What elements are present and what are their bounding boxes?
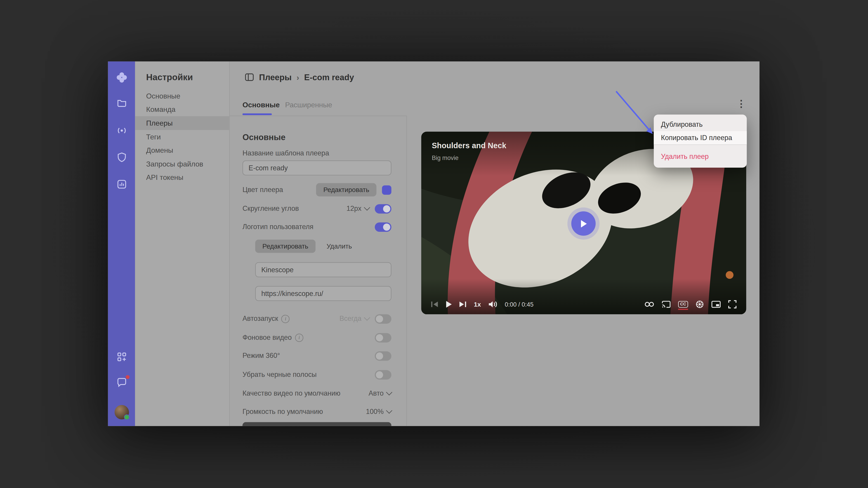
- previous-button[interactable]: [431, 301, 438, 307]
- menu-item-duplicate[interactable]: Дублировать: [654, 118, 747, 131]
- shield-icon: [116, 152, 127, 163]
- chat-icon[interactable]: [108, 376, 135, 391]
- wheel-icon: [695, 300, 704, 308]
- projects-icon[interactable]: [108, 96, 135, 110]
- background-video-row: Фоновое видеоi: [243, 331, 392, 344]
- playback-speed-button[interactable]: 1x: [474, 301, 481, 307]
- analytics-icon[interactable]: [108, 177, 135, 192]
- chevron-down-icon: [364, 315, 370, 321]
- logo-name-input[interactable]: [255, 262, 391, 277]
- settings-sidebar: Настройки Основные Команда Плееры Теги Д…: [135, 61, 230, 426]
- desktop-background: Настройки Основные Команда Плееры Теги Д…: [0, 0, 868, 488]
- chevron-down-icon: [386, 389, 393, 395]
- captions-active-indicator: [678, 309, 688, 310]
- loop-button[interactable]: [645, 301, 654, 307]
- cast-button[interactable]: [662, 300, 671, 308]
- background-video-toggle[interactable]: [375, 333, 391, 342]
- tab-main[interactable]: Основные: [243, 101, 280, 109]
- main-content: Плееры › E-com ready Основные Расширенны…: [230, 61, 760, 426]
- logo-url-input[interactable]: [255, 286, 391, 301]
- mode-360-row: Режим 360°: [243, 349, 392, 362]
- player-name-input[interactable]: [243, 160, 392, 175]
- sidebar-list: Основные Команда Плееры Теги Домены Запр…: [135, 89, 229, 184]
- default-volume-row: Громкость по умолчанию 100%: [243, 405, 392, 418]
- edit-logo-button[interactable]: Редактировать: [255, 239, 315, 253]
- breadcrumb-separator: ›: [297, 73, 299, 82]
- icon-rail: [108, 61, 135, 426]
- online-status-dot: [124, 414, 129, 420]
- volume-icon: [488, 300, 498, 308]
- remove-bars-toggle[interactable]: [375, 370, 391, 379]
- sidebar-item-file-requests[interactable]: Запросы файлов: [135, 157, 229, 170]
- user-logo-label: Логотип пользователя: [243, 223, 313, 231]
- default-quality-label: Качество видео по умолчанию: [243, 390, 340, 397]
- play-icon: [445, 301, 452, 307]
- mode-360-toggle[interactable]: [375, 351, 391, 361]
- player-name-label: Название шаблона плеера: [243, 149, 329, 157]
- sidebar-item-general[interactable]: Основные: [135, 89, 229, 103]
- tab-active-underline: [243, 113, 272, 115]
- sidebar-item-tags[interactable]: Теги: [135, 130, 229, 143]
- delete-logo-button[interactable]: Удалить: [327, 242, 352, 250]
- default-quality-select[interactable]: Авто: [368, 390, 391, 397]
- background-video-label: Фоновое видеоi: [243, 333, 303, 342]
- menu-item-delete-player[interactable]: Удалить плеер: [654, 150, 747, 163]
- time-display: 0:00 / 0:45: [505, 301, 533, 307]
- corner-radius-row: Скругление углов 12px: [243, 202, 392, 215]
- tab-advanced[interactable]: Расширенные: [285, 101, 332, 109]
- play-icon: [580, 219, 587, 228]
- sidebar-item-team[interactable]: Команда: [135, 103, 229, 116]
- mode-360-label: Режим 360°: [243, 352, 280, 360]
- autoplay-toggle[interactable]: [375, 314, 391, 324]
- loop-icon: [645, 301, 654, 307]
- menu-divider: [654, 144, 747, 145]
- remove-bars-label: Убрать черные полосы: [243, 371, 317, 379]
- chart-icon: [116, 179, 127, 190]
- info-icon[interactable]: i: [281, 315, 290, 323]
- default-volume-select[interactable]: 100%: [366, 408, 392, 416]
- menu-item-copy-player-id[interactable]: Копировать ID плеера: [654, 131, 747, 144]
- play-button[interactable]: [445, 301, 452, 307]
- corner-radius-select[interactable]: 12px: [346, 205, 369, 213]
- edit-color-button[interactable]: Редактировать: [316, 183, 377, 197]
- kinescope-logo[interactable]: [108, 70, 135, 85]
- color-swatch[interactable]: [382, 185, 392, 195]
- big-play-button[interactable]: [571, 212, 596, 236]
- apps-icon[interactable]: [108, 350, 135, 364]
- kinescope-logo-glyph: [116, 71, 128, 84]
- autoplay-label: Автозапускi: [243, 315, 290, 323]
- folder-icon: [116, 97, 127, 108]
- autoplay-select[interactable]: Всегда: [340, 315, 369, 322]
- user-logo-toggle[interactable]: [375, 222, 391, 232]
- video-title: Shoulders and Neck: [432, 141, 506, 150]
- column-divider: [406, 116, 407, 426]
- next-button[interactable]: [459, 301, 467, 307]
- kebab-menu-button[interactable]: ⋮: [734, 96, 748, 111]
- player-controls: 1x 0:00 / 0:45 CC: [421, 294, 746, 314]
- captions-button[interactable]: CC: [678, 301, 688, 308]
- tabs-divider: [230, 116, 406, 116]
- sidebar-item-api-tokens[interactable]: API токены: [135, 171, 229, 184]
- breadcrumb-section[interactable]: Плееры: [259, 72, 291, 82]
- sidebar-item-domains[interactable]: Домены: [135, 143, 229, 157]
- default-volume-label: Громкость по умолчанию: [243, 408, 323, 416]
- previous-icon: [431, 301, 438, 307]
- security-icon[interactable]: [108, 150, 135, 164]
- sidebar-item-players[interactable]: Плееры: [135, 116, 229, 130]
- avatar[interactable]: [108, 405, 135, 420]
- fullscreen-button[interactable]: [728, 300, 737, 308]
- corner-radius-toggle[interactable]: [375, 204, 391, 213]
- pip-button[interactable]: [711, 300, 721, 308]
- apps-grid-icon: [116, 351, 127, 362]
- layout-icon: [245, 72, 254, 82]
- info-icon[interactable]: i: [295, 333, 303, 342]
- video-subtitle: Big movie: [432, 154, 458, 161]
- form-heading: Основные: [243, 132, 285, 142]
- quality-button[interactable]: [695, 300, 704, 308]
- context-menu: Дублировать Копировать ID плеера Удалить…: [654, 115, 747, 168]
- volume-button[interactable]: [488, 300, 498, 308]
- chevron-down-icon: [364, 204, 370, 211]
- live-icon[interactable]: [108, 123, 135, 138]
- logo-actions-row: Редактировать Удалить: [255, 239, 352, 253]
- pip-icon: [711, 300, 721, 308]
